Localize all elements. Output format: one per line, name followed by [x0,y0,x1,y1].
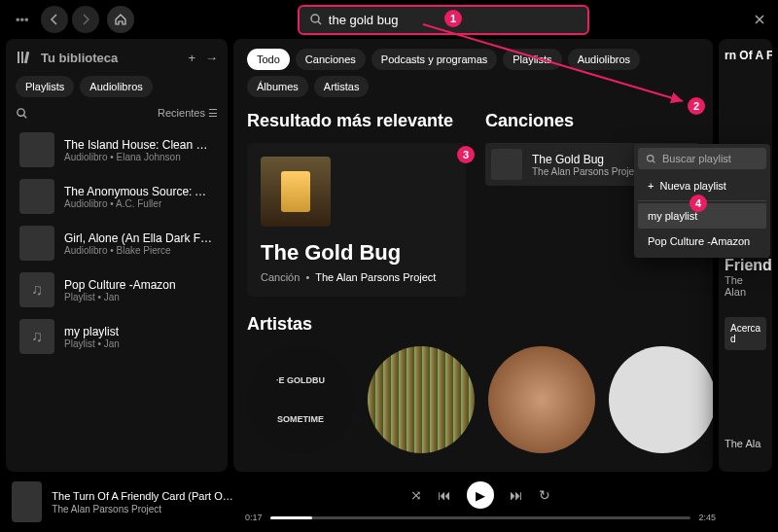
library-item[interactable]: The Island House: Clean and Sweet R...Au… [16,127,218,172]
sidebar: Tu biblioteca + → Playlists Audiolibros … [6,39,228,472]
song-cover [491,149,522,180]
np-title[interactable]: The Turn Of A Friendly Card (Part One) -… [52,490,233,504]
svg-rect-3 [24,52,29,63]
music-note-icon: ♫ [19,272,54,307]
submenu-pop-culture[interactable]: Pop Culture -Amazon [638,229,766,254]
top-result-section: Resultado más relevante The Gold Bug Can… [247,111,466,297]
annotation-marker-3: 3 [457,146,475,163]
svg-rect-2 [21,52,23,63]
artist-item[interactable] [609,346,713,453]
np-elapsed: 0:17 [245,513,263,522]
filter-audiobooks[interactable]: Audiolibros [568,49,640,70]
library-icon [16,49,33,66]
library-item[interactable]: ♫Pop Culture -AmazonPlaylist • Jan [16,267,218,312]
submenu-search[interactable]: Buscar playlist [638,148,766,169]
song-title: The Gold Bug [532,153,643,166]
library-item[interactable]: ♫my playlistPlaylist • Jan [16,314,218,359]
right-panel-artist: The Alan [725,274,766,298]
filter-playlists[interactable]: Playlists [503,49,561,70]
artist-item[interactable] [368,346,475,453]
artist-item[interactable]: ·E GOLDBUSOMETIME [247,346,354,453]
filter-artists[interactable]: Artistas [314,76,370,97]
library-item[interactable]: Girl, Alone (An Ella Dark FBI Suspens...… [16,221,218,266]
np-cover[interactable] [12,481,42,522]
annotation-marker-2: 2 [688,97,705,115]
artist-item[interactable] [488,346,595,453]
artists-section: Artistas ·E GOLDBUSOMETIME [247,314,699,453]
filter-all[interactable]: Todo [247,49,290,70]
music-note-icon: ♫ [19,319,54,354]
add-library-button[interactable]: + [188,51,195,65]
nav-forward-button[interactable] [72,6,99,33]
repeat-button[interactable]: ↻ [539,487,550,503]
svg-point-0 [311,15,319,22]
expand-library-button[interactable]: → [205,51,218,65]
filter-albums[interactable]: Álbumes [247,76,308,97]
nav-back-button[interactable] [41,6,68,33]
artists-heading: Artistas [247,314,699,335]
search-box[interactable] [298,5,589,35]
np-total: 2:45 [698,513,716,522]
right-panel-track: Friendly [725,257,766,274]
annotation-marker-1: 1 [444,10,462,27]
right-panel-bottom: The Ala [725,438,766,449]
filter-podcasts[interactable]: Podcasts y programas [371,49,497,70]
search-icon [646,154,656,164]
songs-heading: Canciones [485,111,699,131]
annotation-marker-4: 4 [690,195,707,212]
chip-playlists[interactable]: Playlists [16,76,74,97]
svg-rect-1 [18,52,19,63]
topbar: ••• [0,0,778,39]
np-artist[interactable]: The Alan Parsons Project [52,504,233,514]
top-result-heading: Resultado más relevante [247,111,466,131]
next-button[interactable]: ⏭ [510,487,523,503]
chip-audiobooks[interactable]: Audiolibros [80,76,152,97]
filter-songs[interactable]: Canciones [296,49,366,70]
svg-point-4 [18,109,24,116]
library-label: Tu biblioteca [41,51,118,65]
prev-button[interactable]: ⏮ [438,487,451,503]
about-card[interactable]: Acerca d [725,317,766,350]
right-panel-title: rn Of A Frie [725,49,766,62]
library-item[interactable]: The Anonymous Source: An Alex Van...Audi… [16,174,218,219]
play-button[interactable]: ▶ [467,481,494,509]
top-result-cover [261,157,331,227]
nav-arrows [41,6,99,33]
library-header[interactable]: Tu biblioteca [16,49,118,66]
top-result-title: The Gold Bug [261,240,452,266]
library-sort[interactable]: Recientes ☰ [158,107,218,120]
plus-icon: + [648,180,654,192]
library-search-icon[interactable] [16,107,28,120]
home-button[interactable] [107,6,134,33]
search-icon [309,13,323,26]
library-list: The Island House: Clean and Sweet R...Au… [16,127,218,359]
filter-chips: Todo Canciones Podcasts y programas Play… [247,49,699,97]
clear-search-icon[interactable] [753,13,766,26]
svg-point-5 [648,155,654,160]
top-result-card[interactable]: The Gold Bug Canción • The Alan Parsons … [247,143,466,297]
now-playing-bar: The Turn Of A Friendly Card (Part One) -… [0,472,778,532]
top-result-meta: Canción • The Alan Parsons Project [261,271,452,283]
shuffle-button[interactable]: ⤨ [410,487,422,503]
song-artist: The Alan Parsons Project [532,166,643,177]
progress-bar[interactable] [270,516,691,519]
more-dots-icon[interactable]: ••• [12,9,33,31]
